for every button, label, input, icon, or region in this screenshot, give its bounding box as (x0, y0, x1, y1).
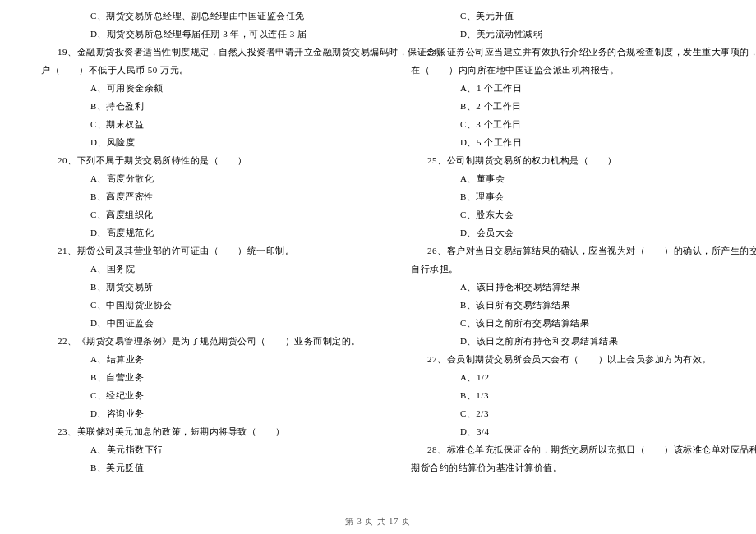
q25-option-a: A、董事会 (411, 169, 715, 187)
page-container: C、期货交易所总经理、副总经理由中国证监会任免 D、期货交易所总经理每届任期 3… (0, 0, 756, 505)
q27-option-a: A、1/2 (411, 368, 715, 386)
q25-option-d: D、会员大会 (411, 223, 715, 242)
q24-option-d: D、5 个工作日 (411, 133, 715, 151)
question-23: 23、美联储对美元加息的政策，短期内将导致（ ） (41, 422, 345, 440)
q27-option-b: B、1/3 (411, 386, 715, 404)
q25-option-b: B、理事会 (411, 187, 715, 205)
q20-option-a: A、高度分散化 (41, 169, 345, 187)
q21-option-c: C、中国期货业协会 (41, 296, 345, 314)
question-21: 21、期货公司及其营业部的许可证由（ ）统一印制。 (41, 242, 345, 260)
q21-option-a: A、国务院 (41, 260, 345, 278)
question-25: 25、公司制期货交易所的权力机构是（ ） (411, 151, 715, 169)
q23-option-c: C、美元升值 (411, 7, 715, 25)
q21-option-d: D、中国证监会 (41, 314, 345, 332)
option-d: D、期货交易所总经理每届任期 3 年，可以连任 3 届 (41, 25, 345, 43)
q19-option-a: A、可用资金余额 (41, 79, 345, 97)
question-19: 19、金融期货投资者适当性制度规定，自然人投资者申请开立金融期货交易编码时，保证… (41, 43, 345, 61)
q26-option-a: A、该日持仓和交易结算结果 (411, 278, 715, 296)
option-c: C、期货交易所总经理、副总经理由中国证监会任免 (41, 7, 345, 25)
right-column: C、美元升值 D、美元流动性减弱 24、证券公司应当建立并有效执行介绍业务的合规… (378, 7, 756, 505)
q22-option-b: B、自营业务 (41, 368, 345, 386)
q22-option-a: A、结算业务 (41, 350, 345, 368)
question-20: 20、下列不属于期货交易所特性的是（ ） (41, 151, 345, 169)
question-26: 26、客户对当日交易结算结果的确认，应当视为对（ ）的确认，所产生的交易后果由客… (411, 242, 715, 260)
left-column: C、期货交易所总经理、副总经理由中国证监会任免 D、期货交易所总经理每届任期 3… (0, 7, 378, 505)
q19-option-b: B、持仓盈利 (41, 97, 345, 115)
q20-option-d: D、高度规范化 (41, 223, 345, 242)
q20-option-c: C、高度组织化 (41, 205, 345, 223)
q21-option-b: B、期货交易所 (41, 278, 345, 296)
q20-option-b: B、高度严密性 (41, 187, 345, 205)
question-28: 28、标准仓单充抵保证金的，期货交易所以充抵日（ ）该标准仓单对应品种最近交割月… (411, 440, 715, 458)
q22-option-c: C、经纪业务 (41, 386, 345, 404)
q26-option-b: B、该日所有交易结算结果 (411, 296, 715, 314)
q24-option-b: B、2 个工作日 (411, 97, 715, 115)
q24-option-c: C、3 个工作日 (411, 115, 715, 133)
q23-option-d: D、美元流动性减弱 (411, 25, 715, 43)
q25-option-c: C、股东大会 (411, 205, 715, 223)
page-footer: 第 3 页 共 17 页 (0, 516, 756, 527)
q27-option-c: C、2/3 (411, 404, 715, 422)
q26-option-d: D、该日之前所有持仓和交易结算结果 (411, 332, 715, 350)
q23-option-a: A、美元指数下行 (41, 440, 345, 458)
question-27: 27、会员制期货交易所会员大会有（ ）以上会员参加方为有效。 (411, 350, 715, 368)
q24-option-a: A、1 个工作日 (411, 79, 715, 97)
q19-option-d: D、风险度 (41, 133, 345, 151)
question-26-cont: 自行承担。 (411, 260, 715, 278)
q22-option-d: D、咨询业务 (41, 404, 345, 422)
q23-option-b: B、美元贬值 (41, 458, 345, 476)
q27-option-d: D、3/4 (411, 422, 715, 440)
question-19-cont: 户（ ）不低于人民币 50 万元。 (41, 61, 345, 79)
q19-option-c: C、期末权益 (41, 115, 345, 133)
question-28-cont: 期货合约的结算价为基准计算价值。 (411, 458, 715, 476)
question-24-cont: 在（ ）内向所在地中国证监会派出机构报告。 (411, 61, 715, 79)
question-22: 22、《期货交易管理条例》是为了规范期货公司（ ）业务而制定的。 (41, 332, 345, 350)
question-24: 24、证券公司应当建立并有效执行介绍业务的合规检查制度，发生重大事项的，证券公司… (411, 43, 715, 61)
q26-option-c: C、该日之前所有交易结算结果 (411, 314, 715, 332)
